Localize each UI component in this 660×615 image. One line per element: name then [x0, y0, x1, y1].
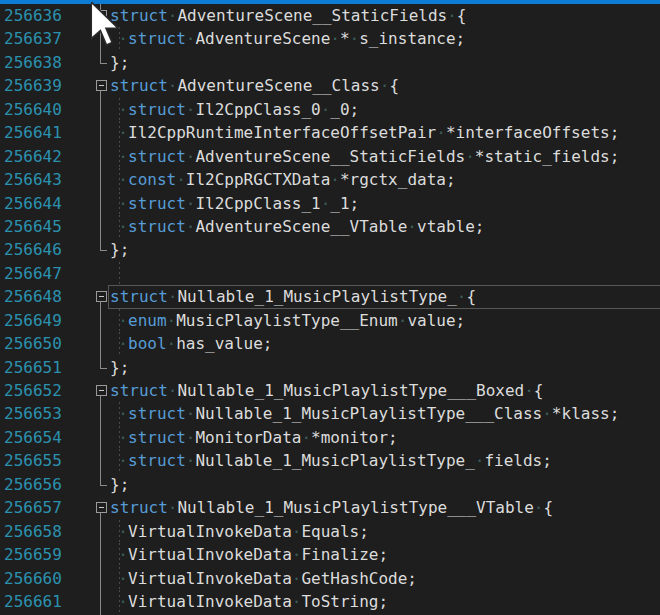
code-token: _1;	[330, 194, 359, 213]
code-text[interactable]: ·struct·MonitorData·*monitor;	[110, 426, 398, 449]
line-number[interactable]: 256636	[4, 4, 62, 27]
code-line-256650[interactable]: 256650·bool·has_value;	[0, 332, 660, 355]
code-text[interactable]: ·VirtualInvokeData·ToString;	[110, 590, 388, 613]
code-line-256652[interactable]: 256652struct·Nullable_1_MusicPlaylistTyp…	[0, 379, 660, 402]
code-token: *interfaceOffsets;	[446, 123, 619, 142]
code-line-256642[interactable]: 256642·struct·AdventureScene__StaticFiel…	[0, 145, 660, 168]
line-number[interactable]: 256656	[4, 473, 62, 496]
fold-collapse-button[interactable]	[96, 80, 107, 91]
whitespace-dot: ·	[301, 428, 311, 447]
tab-whitespace-dot: ·	[110, 449, 128, 472]
line-number[interactable]: 256638	[4, 51, 62, 74]
code-line-256651[interactable]: 256651};	[0, 356, 660, 379]
line-number[interactable]: 256654	[4, 426, 62, 449]
line-number[interactable]: 256644	[4, 192, 62, 215]
code-text[interactable]: ·VirtualInvokeData·Finalize;	[110, 543, 388, 566]
fold-collapse-button[interactable]	[96, 385, 107, 396]
code-line-256648[interactable]: 256648struct·Nullable_1_MusicPlaylistTyp…	[0, 285, 660, 308]
line-number[interactable]: 256661	[4, 590, 62, 613]
line-number[interactable]: 256655	[4, 449, 62, 472]
line-number[interactable]: 256652	[4, 379, 62, 402]
whitespace-dot: ·	[321, 100, 331, 119]
code-line-256639[interactable]: 256639struct·AdventureScene__Class·{	[0, 74, 660, 97]
keyword-token: struct	[110, 498, 168, 517]
code-text[interactable]: ·struct·Nullable_1_MusicPlaylistType_·fi…	[110, 449, 552, 472]
code-text[interactable]: struct·AdventureScene__Class·{	[110, 74, 399, 97]
code-text[interactable]: ·struct·AdventureScene__StaticFields·*st…	[110, 145, 619, 168]
code-token: Il2CppClass_1	[195, 194, 320, 213]
code-token: *static_fields;	[475, 147, 620, 166]
code-text[interactable]: ·struct·Il2CppClass_1·_1;	[110, 192, 359, 215]
code-text[interactable]: ·const·Il2CppRGCTXData·*rgctx_data;	[110, 168, 456, 191]
line-number[interactable]: 256637	[4, 27, 62, 50]
code-text[interactable]: };	[110, 51, 129, 74]
line-number[interactable]: 256648	[4, 285, 62, 308]
code-line-256638[interactable]: 256638};	[0, 51, 660, 74]
line-number[interactable]: 256641	[4, 121, 62, 144]
line-number[interactable]: 256645	[4, 215, 62, 238]
code-text[interactable]: ·Il2CppRuntimeInterfaceOffsetPair·*inter…	[110, 121, 619, 144]
line-number[interactable]: 256659	[4, 543, 62, 566]
code-text[interactable]: };	[110, 356, 129, 379]
minus-icon	[99, 507, 104, 508]
line-number[interactable]: 256643	[4, 168, 62, 191]
code-text[interactable]: ·bool·has_value;	[110, 332, 273, 355]
code-text[interactable]: ·VirtualInvokeData·GetHashCode;	[110, 567, 417, 590]
code-token: Nullable_1_MusicPlaylistType___Class	[195, 404, 542, 423]
line-number[interactable]: 256658	[4, 520, 62, 543]
keyword-token: enum	[128, 311, 167, 330]
line-number[interactable]: 256653	[4, 402, 62, 425]
fold-outline-line	[100, 356, 101, 368]
code-line-256656[interactable]: 256656};	[0, 473, 660, 496]
keyword-token: const	[128, 170, 176, 189]
code-line-256640[interactable]: 256640·struct·Il2CppClass_0·_0;	[0, 98, 660, 121]
code-line-256654[interactable]: 256654·struct·MonitorData·*monitor;	[0, 426, 660, 449]
code-line-256645[interactable]: 256645·struct·AdventureScene__VTable·vta…	[0, 215, 660, 238]
code-editor[interactable]: 256636struct·AdventureScene__StaticField…	[0, 4, 660, 615]
line-number[interactable]: 256660	[4, 567, 62, 590]
code-text[interactable]: ·enum·MusicPlaylistType__Enum·value;	[110, 309, 465, 332]
code-text[interactable]: struct·AdventureScene__StaticFields·{	[110, 4, 466, 27]
code-line-256649[interactable]: 256649·enum·MusicPlaylistType__Enum·valu…	[0, 309, 660, 332]
line-number[interactable]: 256646	[4, 238, 62, 261]
line-number[interactable]: 256650	[4, 332, 62, 355]
code-text[interactable]: struct·Nullable_1_MusicPlaylistType___Bo…	[110, 379, 544, 402]
line-number[interactable]: 256651	[4, 356, 62, 379]
code-text[interactable]: ·struct·Nullable_1_MusicPlaylistType___C…	[110, 402, 619, 425]
line-number[interactable]: 256657	[4, 496, 62, 519]
fold-collapse-button[interactable]	[96, 291, 107, 302]
code-line-256636[interactable]: 256636struct·AdventureScene__StaticField…	[0, 4, 660, 27]
code-token: {	[389, 76, 399, 95]
code-line-256655[interactable]: 256655·struct·Nullable_1_MusicPlaylistTy…	[0, 449, 660, 472]
line-number[interactable]: 256647	[4, 262, 62, 285]
fold-collapse-button[interactable]	[96, 502, 107, 513]
line-number[interactable]: 256639	[4, 74, 62, 97]
fold-collapse-button[interactable]	[96, 10, 107, 21]
code-line-256658[interactable]: 256658·VirtualInvokeData·Equals;	[0, 520, 660, 543]
code-line-256641[interactable]: 256641·Il2CppRuntimeInterfaceOffsetPair·…	[0, 121, 660, 144]
code-text[interactable]: ·struct·AdventureScene·*·s_instance;	[110, 27, 465, 50]
keyword-token: bool	[128, 334, 167, 353]
code-line-256653[interactable]: 256653·struct·Nullable_1_MusicPlaylistTy…	[0, 402, 660, 425]
code-text[interactable]: };	[110, 473, 129, 496]
fold-outline-end-tick	[100, 250, 107, 251]
code-text[interactable]: struct·Nullable_1_MusicPlaylistType_·{	[110, 285, 476, 308]
code-text[interactable]: };	[110, 238, 129, 261]
code-line-256646[interactable]: 256646};	[0, 238, 660, 261]
code-token: Il2CppRuntimeInterfaceOffsetPair	[128, 123, 436, 142]
line-number[interactable]: 256649	[4, 309, 62, 332]
code-text[interactable]: ·struct·AdventureScene__VTable·vtable;	[110, 215, 484, 238]
code-line-256643[interactable]: 256643·const·Il2CppRGCTXData·*rgctx_data…	[0, 168, 660, 191]
code-text[interactable]: struct·Nullable_1_MusicPlaylistType___VT…	[110, 496, 553, 519]
line-number[interactable]: 256640	[4, 98, 62, 121]
code-line-256660[interactable]: 256660·VirtualInvokeData·GetHashCode;	[0, 567, 660, 590]
code-text[interactable]: ·struct·Il2CppClass_0·_0;	[110, 98, 359, 121]
code-line-256637[interactable]: 256637·struct·AdventureScene·*·s_instanc…	[0, 27, 660, 50]
code-text[interactable]: ·VirtualInvokeData·Equals;	[110, 520, 369, 543]
code-line-256661[interactable]: 256661·VirtualInvokeData·ToString;	[0, 590, 660, 613]
code-line-256659[interactable]: 256659·VirtualInvokeData·Finalize;	[0, 543, 660, 566]
line-number[interactable]: 256642	[4, 145, 62, 168]
code-line-256647[interactable]: 256647	[0, 262, 660, 285]
code-line-256657[interactable]: 256657struct·Nullable_1_MusicPlaylistTyp…	[0, 496, 660, 519]
code-line-256644[interactable]: 256644·struct·Il2CppClass_1·_1;	[0, 192, 660, 215]
